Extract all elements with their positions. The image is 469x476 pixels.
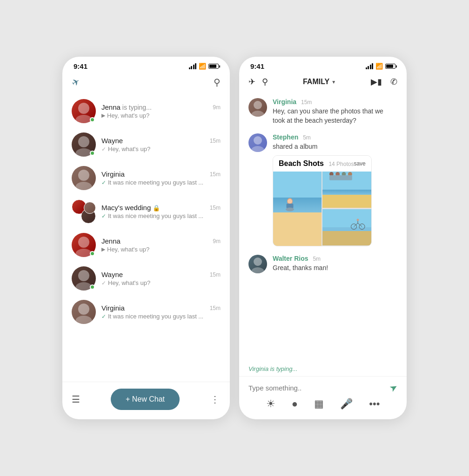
chat-list-item[interactable]: Macy's wedding 🔒 15m ✓ It was nice meeti… (62, 195, 230, 228)
chat-list-item[interactable]: Wayne 15m ✓ Hey, what's up? (62, 128, 230, 161)
message-body: Stephen 5m shared a album Beach Shots 14… (273, 133, 372, 246)
chat-time: 15m (210, 271, 221, 278)
chat-preview: ▶ Hey, what's up? (101, 246, 221, 253)
svg-point-2 (78, 136, 89, 147)
avatar-wrap (72, 166, 96, 190)
record-icon[interactable]: ● (292, 398, 298, 410)
header-left-icons: ✈ ⚲ (248, 77, 268, 87)
avatar (72, 166, 96, 190)
svg-point-4 (78, 170, 89, 181)
message-text: Great, thanks man! (273, 264, 328, 273)
message-text: Hey, can you share the photos that we to… (273, 107, 397, 125)
chat-name-row: Virginia 15m (101, 304, 221, 312)
album-card[interactable]: Beach Shots 14 Photos save (273, 155, 372, 246)
more-options-icon[interactable]: ⋮ (210, 394, 221, 405)
chat-name: Wayne (101, 137, 123, 145)
svg-point-11 (75, 316, 92, 324)
online-dot (90, 251, 95, 256)
chat-info: Jenna is typing... 9m ▶ Hey, what's up? (101, 103, 221, 119)
chat-preview: ▶ Hey, what's up? (101, 112, 221, 119)
avatar-wrap (72, 300, 96, 324)
album-photo-top (322, 172, 371, 208)
chat-preview: ✓ Hey, what's up? (101, 145, 221, 152)
preview-check-icon: ✓ (101, 146, 106, 152)
search-icon-left[interactable]: ⚲ (214, 77, 221, 88)
svg-line-28 (358, 223, 362, 227)
chat-list: Jenna is typing... 9m ▶ Hey, what's up? (62, 94, 230, 382)
beach-scene-main (273, 172, 322, 246)
hamburger-icon[interactable]: ☰ (72, 394, 80, 405)
header-right-icons: ▶▮ ✆ (371, 77, 397, 87)
svg-point-17 (288, 199, 292, 204)
svg-point-30 (356, 219, 359, 221)
chat-name-row: Wayne 15m (101, 137, 221, 145)
messages-area: Virginia 15m Hey, can you share the phot… (239, 93, 407, 365)
message-item: Stephen 5m shared a album Beach Shots 14… (248, 133, 397, 246)
search-icon-detail[interactable]: ⚲ (262, 77, 268, 87)
svg-point-6 (78, 237, 89, 248)
svg-point-13 (251, 111, 264, 117)
chat-list-phone: 9:41 📶 ✈ ⚲ (62, 57, 230, 419)
svg-point-5 (75, 182, 92, 190)
chat-list-item[interactable]: Jenna 9m ▶ Hey, what's up? (62, 228, 230, 262)
chat-name-row: Jenna is typing... 9m (101, 103, 221, 111)
message-sender: Virginia 15m (273, 98, 397, 106)
album-save-button[interactable]: save (354, 160, 365, 167)
svg-point-12 (254, 101, 262, 109)
avatar (72, 300, 96, 324)
signal-icon-left (189, 63, 197, 69)
wifi-icon-right: 📶 (375, 63, 383, 70)
chat-name: Jenna is typing... (101, 103, 152, 111)
video-call-icon[interactable]: ▶▮ (371, 77, 382, 87)
album-header: Beach Shots 14 Photos save (273, 156, 371, 172)
battery-icon-right (385, 64, 395, 69)
microphone-icon[interactable]: 🎤 (340, 398, 353, 410)
album-photos (273, 172, 371, 246)
chat-info: Wayne 15m ✓ Hey, what's up? (101, 137, 221, 152)
chat-list-item[interactable]: Virginia 15m ✓ It was nice meeting you g… (62, 295, 230, 329)
message-body: Virginia 15m Hey, can you share the phot… (273, 98, 397, 125)
message-item: Walter Rios 5m Great, thanks man! (248, 255, 397, 273)
beach-scene-2 (322, 172, 371, 208)
preview-text: It was nice meeting you guys last ... (108, 313, 203, 320)
avatar-wrap (72, 233, 96, 257)
chat-list-item[interactable]: Virginia 15m ✓ It was nice meeting you g… (62, 161, 230, 195)
group-name-header[interactable]: FAMILY ▼ (303, 78, 336, 86)
chat-list-item[interactable]: Wayne 15m ✓ Hey, what's up? (62, 262, 230, 295)
chat-name: Jenna (101, 237, 121, 245)
more-actions-icon[interactable]: ••• (369, 398, 380, 410)
svg-point-0 (78, 103, 89, 114)
chat-list-item[interactable]: Jenna is typing... 9m ▶ Hey, what's up? (62, 94, 230, 128)
chat-detail-phone: 9:41 📶 ✈ ⚲ FAMILY (239, 57, 407, 419)
status-icons-left: 📶 (189, 63, 219, 70)
lock-icon: 🔒 (151, 205, 160, 212)
image-icon[interactable]: ▦ (314, 398, 324, 410)
new-chat-button[interactable]: + New Chat (111, 389, 180, 410)
preview-text: Hey, what's up? (107, 246, 149, 253)
preview-text: It was nice meeting you guys last ... (108, 179, 203, 186)
send-icon-left[interactable]: ✈ (69, 75, 82, 89)
chat-preview: ✓ Hey, what's up? (101, 279, 221, 286)
chat-info: Wayne 15m ✓ Hey, what's up? (101, 271, 221, 286)
message-item: Virginia 15m Hey, can you share the phot… (248, 98, 397, 125)
back-send-icon[interactable]: ✈ (248, 77, 255, 87)
svg-rect-24 (329, 175, 352, 180)
chat-preview: ✓ It was nice meeting you guys last ... (101, 179, 221, 186)
chat-detail-header: ✈ ⚲ FAMILY ▼ ▶▮ ✆ (239, 73, 407, 93)
chat-info: Jenna 9m ▶ Hey, what's up? (101, 237, 221, 253)
svg-point-19 (286, 207, 294, 211)
chat-time: 15m (210, 171, 221, 178)
online-dot (90, 151, 95, 156)
status-time-right: 9:41 (250, 62, 264, 70)
chat-name: Wayne (101, 271, 123, 278)
input-actions-bar: ☀ ● ▦ 🎤 ••• (248, 393, 397, 414)
message-avatar (248, 255, 267, 273)
camera-icon[interactable]: ☀ (266, 398, 275, 410)
phone-call-icon[interactable]: ✆ (390, 77, 397, 87)
send-button[interactable]: ➤ (387, 381, 400, 394)
album-photo-main (273, 172, 322, 246)
bottom-bar: ☰ + New Chat ⋮ (62, 382, 230, 419)
message-input[interactable] (248, 384, 385, 392)
preview-check-green-icon: ✓ (101, 313, 106, 320)
group-avatar-wrap (72, 199, 96, 224)
